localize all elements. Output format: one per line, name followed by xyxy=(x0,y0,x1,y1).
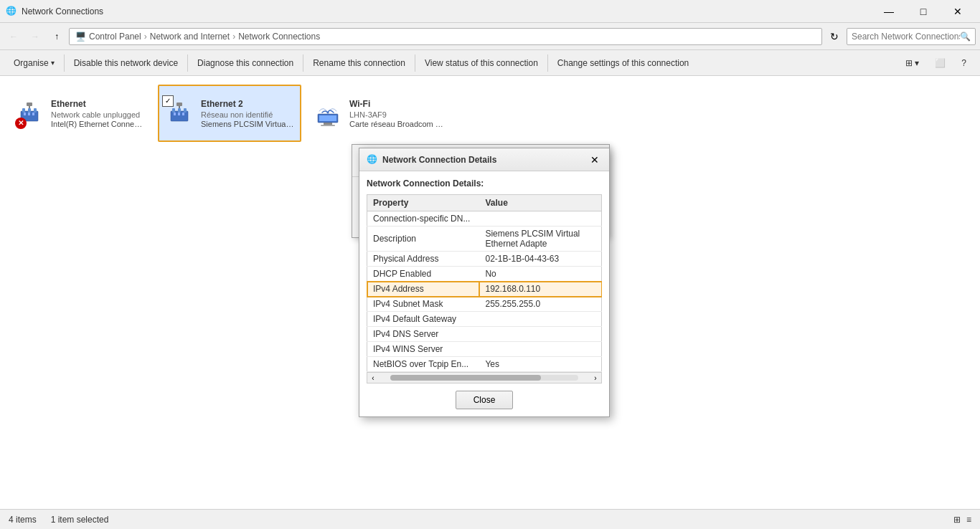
adapter-status-wifi: LHN-3AF9 xyxy=(349,110,444,119)
svg-rect-3 xyxy=(34,108,37,113)
view-status-button[interactable]: View status of this connection xyxy=(417,53,546,73)
details-row-7[interactable]: IPv4 DNS Server xyxy=(367,327,602,342)
details-row-0[interactable]: Connection-specific DN... xyxy=(367,211,602,227)
detail-value-0 xyxy=(479,211,601,227)
pane-toggle-button[interactable]: ⬜ xyxy=(927,53,953,73)
minimize-button[interactable]: — xyxy=(872,0,905,23)
detail-property-9: NetBIOS over Tcpip En... xyxy=(367,357,480,372)
details-row-8[interactable]: IPv4 WINS Server xyxy=(367,342,602,357)
detail-property-6: IPv4 Default Gateway xyxy=(367,312,480,327)
detail-value-9: Yes xyxy=(479,357,601,372)
dialog-body: Network Connection Details: Property Val… xyxy=(359,171,609,416)
adapter-ethernet[interactable]: ✕ Ethernet Network cable unplugged Intel… xyxy=(9,85,152,142)
horizontal-scrollbar[interactable]: ‹ › xyxy=(367,372,602,383)
window-controls: — □ ✕ xyxy=(872,0,974,23)
wifi-icon xyxy=(314,98,342,127)
address-path[interactable]: 🖥️ Control Panel › Network and Internet … xyxy=(69,28,822,45)
rename-button[interactable]: Rename this connection xyxy=(305,53,413,73)
adapter-driver-ethernet2: Siemens PLCSIM Virtual Ethe... xyxy=(201,120,294,128)
dialog-title-bar: 🌐 Network Connection Details ✕ xyxy=(359,148,609,171)
breadcrumb-icon: 🖥️ xyxy=(75,32,86,42)
search-box[interactable]: 🔍 xyxy=(847,28,976,45)
view-status-label: View status of this connection xyxy=(425,58,538,68)
search-icon: 🔍 xyxy=(960,32,971,42)
adapter-name-ethernet: Ethernet xyxy=(51,99,146,109)
scroll-right-arrow[interactable]: › xyxy=(590,374,601,382)
diagnose-label: Diagnose this connection xyxy=(197,58,293,68)
toolbar-separator-2 xyxy=(187,54,188,72)
content-area: ✕ Ethernet Network cable unplugged Intel… xyxy=(0,76,980,509)
scroll-left-arrow[interactable]: ‹ xyxy=(367,374,379,382)
address-bar: ← → ↑ 🖥️ Control Panel › Network and Int… xyxy=(0,23,980,50)
organise-button[interactable]: Organise ▾ xyxy=(6,53,62,73)
error-badge-ethernet: ✕ xyxy=(15,118,27,129)
forward-button[interactable]: → xyxy=(26,27,44,46)
detail-property-4: IPv4 Address xyxy=(367,282,480,297)
details-table-wrap: Property Value Connection-specific DN...… xyxy=(367,194,602,372)
adapter-info-ethernet2: Ethernet 2 Réseau non identifié Siemens … xyxy=(201,99,294,128)
up-button[interactable]: ↑ xyxy=(47,27,66,46)
organise-label: Organise xyxy=(14,58,49,68)
adapter-icon-wrap-ethernet: ✕ xyxy=(15,98,44,129)
adapter-wifi[interactable]: Wi-Fi LHN-3AF9 Carte réseau Broadcom 802… xyxy=(307,85,451,142)
view-options-button[interactable]: ⊞ ▾ xyxy=(897,53,927,73)
toolbar-separator-4 xyxy=(415,54,415,72)
change-settings-button[interactable]: Change settings of this connection xyxy=(550,53,697,73)
adapter-ethernet2[interactable]: ✓ Ethernet 2 Réseau non identifié Siemen… xyxy=(158,85,301,142)
scroll-thumb[interactable] xyxy=(390,375,541,381)
back-button[interactable]: ← xyxy=(4,27,23,46)
svg-rect-15 xyxy=(182,113,184,115)
toolbar: Organise ▾ Disable this network device D… xyxy=(0,50,980,76)
detail-value-1: Siemens PLCSIM Virtual Ethernet Adapte xyxy=(479,227,601,252)
adapter-driver-ethernet: Intel(R) Ethernet Connection I... xyxy=(51,120,146,128)
refresh-button[interactable]: ↻ xyxy=(825,27,844,46)
svg-point-22 xyxy=(327,111,329,113)
dialog-icon: 🌐 xyxy=(367,154,378,166)
app-icon: 🌐 xyxy=(6,6,17,17)
dialog-close-button[interactable]: ✕ xyxy=(588,153,602,167)
svg-rect-19 xyxy=(319,115,336,121)
view-toggle-icon[interactable]: ⊞ xyxy=(953,515,961,525)
scroll-track[interactable] xyxy=(390,375,578,381)
dialog-close-row: Close xyxy=(367,391,602,409)
svg-rect-21 xyxy=(321,125,335,126)
svg-rect-11 xyxy=(178,108,181,113)
toolbar-separator-3 xyxy=(303,54,303,72)
details-row-2[interactable]: Physical Address02-1B-1B-04-43-63 xyxy=(367,252,602,267)
svg-rect-14 xyxy=(178,113,180,115)
status-bar: 4 items 1 item selected ⊞ ≡ xyxy=(0,509,980,529)
details-row-6[interactable]: IPv4 Default Gateway xyxy=(367,312,602,327)
svg-rect-20 xyxy=(324,123,332,125)
adapter-status-ethernet: Network cable unplugged xyxy=(51,110,146,119)
diagnose-button[interactable]: Diagnose this connection xyxy=(189,53,301,73)
detail-property-1: Description xyxy=(367,227,480,252)
dialog-title-text: Network Connection Details xyxy=(382,155,588,165)
adapter-name-ethernet2: Ethernet 2 xyxy=(201,99,294,109)
close-button[interactable]: ✕ xyxy=(941,0,974,23)
svg-rect-5 xyxy=(28,113,30,115)
disable-button[interactable]: Disable this network device xyxy=(66,53,186,73)
detail-property-2: Physical Address xyxy=(367,252,480,267)
adapter-info-ethernet: Ethernet Network cable unplugged Intel(R… xyxy=(51,99,146,128)
detail-value-3: No xyxy=(479,267,601,282)
details-row-4[interactable]: IPv4 Address192.168.0.110 xyxy=(367,282,602,297)
detail-property-3: DHCP Enabled xyxy=(367,267,480,282)
search-input[interactable] xyxy=(852,32,960,42)
adapter-info-wifi: Wi-Fi LHN-3AF9 Carte réseau Broadcom 802… xyxy=(349,99,444,128)
maximize-button[interactable]: □ xyxy=(907,0,940,23)
details-row-5[interactable]: IPv4 Subnet Mask255.255.255.0 xyxy=(367,297,602,312)
details-close-button[interactable]: Close xyxy=(456,391,513,409)
svg-rect-12 xyxy=(184,108,187,113)
details-row-3[interactable]: DHCP EnabledNo xyxy=(367,267,602,282)
details-toggle-icon[interactable]: ≡ xyxy=(966,515,971,525)
organise-dropdown-icon: ▾ xyxy=(51,59,55,67)
breadcrumb-part1: Control Panel xyxy=(89,32,141,42)
details-row-1[interactable]: DescriptionSiemens PLCSIM Virtual Ethern… xyxy=(367,227,602,252)
details-table: Property Value Connection-specific DN...… xyxy=(367,194,602,372)
details-row-9[interactable]: NetBIOS over Tcpip En...Yes xyxy=(367,357,602,372)
detail-property-5: IPv4 Subnet Mask xyxy=(367,297,480,312)
item-selected: 1 item selected xyxy=(51,515,109,525)
rename-label: Rename this connection xyxy=(313,58,405,68)
help-button[interactable]: ? xyxy=(953,53,974,73)
toolbar-separator-1 xyxy=(64,54,65,72)
